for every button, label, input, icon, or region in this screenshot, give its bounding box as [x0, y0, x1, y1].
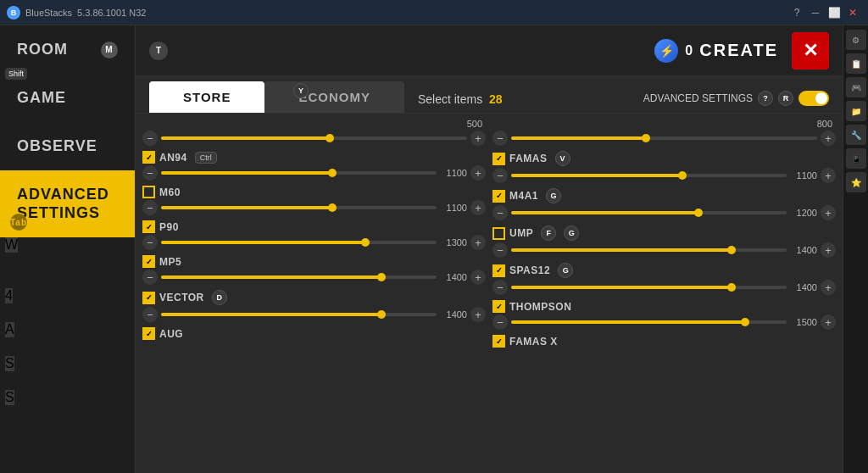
- weapon-aug: AUG: [142, 327, 486, 340]
- ump-value: 1400: [790, 245, 817, 255]
- rs-icon-7[interactable]: ⭐: [846, 172, 866, 192]
- ump-slider-row: − 1400 +: [492, 242, 836, 258]
- tab-store[interactable]: STORE: [149, 81, 264, 113]
- mp5-track[interactable]: [161, 275, 437, 279]
- famas-plus[interactable]: +: [821, 168, 836, 183]
- key-a-hint: A: [5, 322, 14, 337]
- tab-row: Y STORE ECONOMY Select items 28 ADVANCED…: [136, 76, 843, 113]
- an94-minus[interactable]: −: [142, 165, 158, 181]
- title-restore-btn[interactable]: ⬜: [826, 4, 843, 21]
- thompson-track[interactable]: [511, 320, 787, 324]
- top-slider-left-knob: [326, 134, 334, 142]
- famas-x-checkbox[interactable]: [492, 335, 505, 348]
- aug-checkbox[interactable]: [142, 327, 155, 340]
- close-x-button[interactable]: ✕: [792, 32, 829, 70]
- ump-checkbox[interactable]: [492, 227, 505, 240]
- p90-plus[interactable]: +: [470, 235, 486, 250]
- t-key-icon: T: [149, 42, 168, 60]
- top-slider-left-minus[interactable]: −: [142, 131, 158, 146]
- rs-icon-2[interactable]: 📋: [846, 53, 866, 74]
- spas12-track[interactable]: [511, 286, 787, 289]
- sidebar-item-game[interactable]: GAME: [0, 74, 135, 122]
- an94-track[interactable]: [161, 171, 437, 175]
- ump-plus[interactable]: +: [821, 242, 836, 258]
- weapon-m4a1: M4A1 G − 1200 +: [492, 188, 836, 220]
- weapon-thompson: THOMPSON − 1500 +: [492, 300, 836, 330]
- rs-icon-3[interactable]: 🎮: [846, 77, 866, 97]
- thompson-value: 1500: [790, 317, 817, 327]
- mp5-minus[interactable]: −: [142, 270, 158, 285]
- spas12-knob: [727, 283, 736, 292]
- bluestacks-logo: B: [7, 6, 20, 19]
- tab-economy[interactable]: ECONOMY: [264, 81, 404, 113]
- famas-minus[interactable]: −: [492, 168, 508, 183]
- top-slider-left-track[interactable]: [161, 136, 467, 140]
- app-title: BlueStacks: [25, 8, 72, 18]
- title-minimize-btn[interactable]: ─: [807, 4, 824, 21]
- key-w-hint: W: [5, 237, 18, 253]
- m60-value: 1100: [440, 203, 467, 213]
- famas-checkbox[interactable]: [492, 153, 505, 165]
- m4a1-plus[interactable]: +: [821, 205, 836, 220]
- m60-minus[interactable]: −: [142, 200, 158, 215]
- title-bar: B BlueStacks 5.3.86.1001 N32 ? ─ ⬜ ✕: [0, 0, 868, 25]
- title-bar-controls: ? ─ ⬜ ✕: [788, 4, 861, 21]
- vector-checkbox[interactable]: [142, 292, 155, 304]
- left-column: 500 − + AN94 Ctrl: [142, 119, 486, 468]
- rs-icon-1[interactable]: ⚙: [846, 30, 866, 50]
- spas12-minus[interactable]: −: [492, 280, 508, 295]
- famas-slider-row: − 1100 +: [492, 168, 836, 183]
- ump-track[interactable]: [511, 248, 787, 252]
- vector-track[interactable]: [161, 313, 437, 316]
- famas-v-key: V: [555, 151, 570, 166]
- p90-value: 1300: [440, 237, 467, 248]
- ump-minus[interactable]: −: [492, 242, 508, 258]
- p90-track[interactable]: [161, 241, 437, 244]
- m4a1-minus[interactable]: −: [492, 205, 508, 220]
- mp5-plus[interactable]: +: [470, 270, 486, 285]
- famas-track[interactable]: [511, 174, 787, 177]
- top-slider-left-fill: [161, 136, 330, 140]
- top-slider-right-row: − +: [492, 131, 836, 146]
- m60-plus[interactable]: +: [470, 200, 486, 215]
- create-button[interactable]: CREATE: [699, 41, 778, 60]
- top-slider-right: 800 − +: [492, 119, 836, 146]
- m60-track[interactable]: [161, 206, 437, 209]
- title-close-btn[interactable]: ✕: [844, 4, 861, 21]
- spas12-plus[interactable]: +: [821, 280, 836, 295]
- thompson-plus[interactable]: +: [821, 314, 836, 330]
- vector-plus[interactable]: +: [470, 307, 486, 322]
- p90-checkbox[interactable]: [142, 220, 155, 233]
- top-slider-left-plus[interactable]: +: [470, 131, 486, 146]
- coin-icon: ⚡: [654, 39, 678, 63]
- m4a1-track[interactable]: [511, 211, 787, 214]
- sidebar-item-room[interactable]: ROOM M: [0, 25, 135, 74]
- vector-minus[interactable]: −: [142, 307, 158, 322]
- an94-checkbox[interactable]: [142, 151, 155, 164]
- p90-name: P90: [159, 221, 179, 233]
- top-slider-right-minus[interactable]: −: [492, 131, 508, 146]
- rs-icon-4[interactable]: 📁: [846, 101, 866, 121]
- advanced-settings-toggle[interactable]: [798, 91, 829, 106]
- thompson-minus[interactable]: −: [492, 314, 508, 330]
- sidebar-item-advanced[interactable]: ADVANCEDSETTINGS Tab: [0, 170, 135, 237]
- an94-plus[interactable]: +: [470, 165, 486, 181]
- an94-value: 1100: [440, 168, 467, 178]
- spas12-checkbox[interactable]: [492, 264, 505, 277]
- sidebar-room-label: ROOM: [17, 41, 68, 58]
- sidebar-game-label: GAME: [17, 89, 66, 107]
- sidebar-item-observe[interactable]: OBSERVE: [0, 122, 135, 170]
- title-help-btn[interactable]: ?: [788, 4, 805, 21]
- p90-minus[interactable]: −: [142, 235, 158, 250]
- m60-checkbox[interactable]: [142, 186, 155, 198]
- rs-icon-6[interactable]: 📱: [846, 148, 866, 169]
- famas-name: FAMAS: [509, 153, 548, 164]
- vector-knob: [377, 310, 386, 319]
- thompson-checkbox[interactable]: [492, 300, 505, 313]
- top-slider-right-track[interactable]: [511, 136, 817, 140]
- m4a1-checkbox[interactable]: [492, 190, 505, 203]
- top-slider-right-plus[interactable]: +: [821, 131, 836, 146]
- mp5-checkbox[interactable]: [142, 255, 155, 268]
- ump-fill: [511, 248, 732, 252]
- rs-icon-5[interactable]: 🔧: [846, 125, 866, 145]
